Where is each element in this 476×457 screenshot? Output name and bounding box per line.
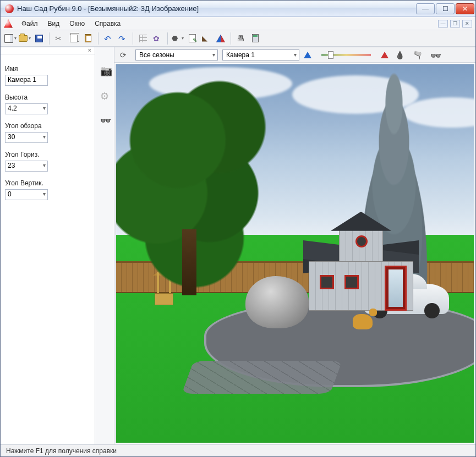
estimate-button[interactable] bbox=[249, 32, 262, 45]
menu-bar: Файл Вид Окно Справка — ❐ ✕ bbox=[1, 17, 475, 30]
mdi-controls: — ❐ ✕ bbox=[438, 20, 472, 27]
plants-button[interactable] bbox=[151, 32, 164, 45]
scene-house bbox=[303, 231, 419, 313]
menu-help[interactable]: Справка bbox=[90, 19, 125, 29]
left-pane: × Имя Камера 1 Высота 4.2 Угол обзора 30… bbox=[1, 47, 114, 444]
age-slider[interactable] bbox=[316, 50, 376, 60]
redo-button[interactable] bbox=[116, 32, 129, 45]
document-area: ⟳ Все сезоны Камера 1 bbox=[114, 47, 475, 444]
main-toolbar bbox=[1, 30, 475, 47]
3d-viewport[interactable] bbox=[116, 64, 474, 443]
client-area: × Имя Камера 1 Высота 4.2 Угол обзора 30… bbox=[1, 47, 475, 444]
prop-hangle-label: Угол Гориз. bbox=[5, 151, 90, 158]
prop-fov-combo[interactable]: 30 bbox=[5, 132, 48, 143]
prop-name-input[interactable]: Камера 1 bbox=[5, 75, 48, 86]
terrain-button[interactable] bbox=[136, 32, 150, 45]
camera-icon bbox=[100, 65, 109, 74]
side-toolbar bbox=[95, 47, 114, 444]
menu-view[interactable]: Вид bbox=[43, 19, 64, 29]
toolbar-separator bbox=[49, 32, 50, 45]
label-button[interactable] bbox=[171, 32, 184, 45]
document-icon bbox=[4, 19, 13, 28]
copy-button[interactable] bbox=[67, 32, 80, 45]
prop-vangle-label: Угол Вертик. bbox=[5, 179, 90, 187]
minimize-button[interactable]: — bbox=[416, 3, 435, 14]
slider-end-icon bbox=[381, 52, 389, 58]
app-icon bbox=[5, 4, 14, 13]
prop-name-label: Имя bbox=[5, 65, 90, 73]
irrigation-button[interactable] bbox=[393, 49, 406, 61]
refresh-icon: ⟳ bbox=[120, 51, 129, 59]
close-button[interactable]: ✕ bbox=[456, 3, 474, 14]
menu-file[interactable]: Файл bbox=[17, 19, 42, 29]
menu-window[interactable]: Окно bbox=[65, 19, 89, 29]
mdi-restore-button[interactable]: ❐ bbox=[450, 20, 460, 27]
watering-can-icon bbox=[413, 51, 422, 59]
settings-tool-button[interactable] bbox=[97, 87, 112, 102]
scene-pavers bbox=[182, 361, 342, 394]
title-bar[interactable]: Наш Сад Рубин 9.0 - [Безымянный2: 3Д Изо… bbox=[1, 1, 475, 17]
panel-close-button[interactable]: × bbox=[1, 47, 95, 54]
toolbar-separator bbox=[231, 32, 231, 45]
save-button[interactable] bbox=[32, 32, 46, 45]
toolbar-separator bbox=[167, 32, 168, 45]
3d-view-button[interactable] bbox=[214, 32, 227, 45]
prop-hangle-combo[interactable]: 23 bbox=[5, 161, 48, 172]
camera-tool-button[interactable] bbox=[97, 62, 112, 77]
new-button[interactable] bbox=[4, 32, 17, 45]
toolbar-separator bbox=[133, 32, 133, 45]
water-drop-icon bbox=[395, 51, 404, 59]
refresh-view-button[interactable]: ⟳ bbox=[118, 49, 131, 61]
print-button[interactable] bbox=[234, 32, 248, 45]
watering-can-button[interactable] bbox=[411, 49, 424, 61]
glasses-icon bbox=[100, 115, 109, 124]
glasses-icon bbox=[430, 51, 439, 59]
cut-button[interactable] bbox=[53, 32, 66, 45]
prop-height-combo[interactable]: 4.2 bbox=[5, 103, 48, 114]
walkthrough-button[interactable] bbox=[428, 49, 441, 61]
camera-combo[interactable]: Камера 1 bbox=[222, 49, 299, 60]
toolbar-separator bbox=[98, 32, 99, 45]
slope-button[interactable] bbox=[200, 32, 213, 45]
properties-panel: × Имя Камера 1 Высота 4.2 Угол обзора 30… bbox=[1, 47, 95, 444]
paste-button[interactable] bbox=[81, 32, 95, 45]
app-window: Наш Сад Рубин 9.0 - [Безымянный2: 3Д Изо… bbox=[0, 0, 476, 457]
status-text: Нажмите F1 для получения справки bbox=[6, 447, 117, 455]
season-combo[interactable]: Все сезоны bbox=[135, 49, 218, 60]
maximize-button[interactable]: ☐ bbox=[436, 3, 455, 14]
scene-deciduous-tree bbox=[116, 64, 303, 312]
slider-start-icon bbox=[304, 52, 311, 58]
undo-button[interactable] bbox=[102, 32, 115, 45]
slider-thumb[interactable] bbox=[328, 51, 333, 59]
prop-fov-label: Угол обзора bbox=[5, 122, 90, 130]
gear-icon bbox=[100, 90, 109, 99]
window-title: Наш Сад Рубин 9.0 - [Безымянный2: 3Д Изо… bbox=[17, 4, 416, 13]
mdi-close-button[interactable]: ✕ bbox=[462, 20, 472, 27]
mdi-minimize-button[interactable]: — bbox=[438, 20, 448, 27]
prop-height-label: Высота bbox=[5, 93, 90, 101]
open-button[interactable] bbox=[18, 32, 31, 45]
view-toolbar: ⟳ Все сезоны Камера 1 bbox=[114, 47, 475, 63]
prop-vangle-combo[interactable]: 0 bbox=[5, 189, 48, 200]
status-bar: Нажмите F1 для получения справки bbox=[1, 444, 475, 456]
window-controls: — ☐ ✕ bbox=[416, 3, 474, 14]
walkthrough-tool-button[interactable] bbox=[97, 112, 112, 128]
scene-dog bbox=[353, 314, 373, 329]
notes-button[interactable] bbox=[185, 32, 199, 45]
